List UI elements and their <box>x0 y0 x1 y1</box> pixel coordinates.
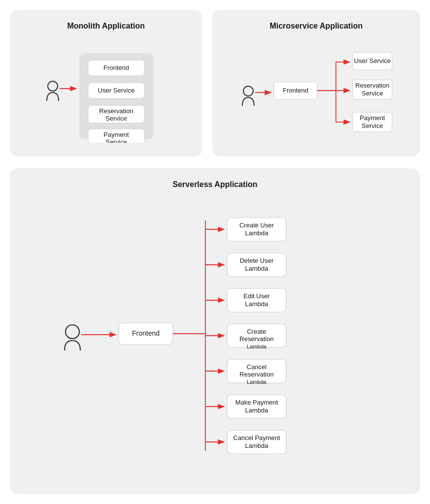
svg-point-1 <box>48 81 58 91</box>
svg-text:Cancel: Cancel <box>246 363 266 371</box>
svg-text:Create: Create <box>247 328 266 335</box>
svg-text:Reservation: Reservation <box>355 82 389 89</box>
svg-text:Payment: Payment <box>360 114 385 122</box>
svg-text:Service: Service <box>106 138 127 143</box>
serverless-diagram: Serverless Application Frontend <box>10 168 420 494</box>
svg-text:Reservation: Reservation <box>99 107 133 115</box>
svg-text:Frontend: Frontend <box>283 87 308 94</box>
svg-text:Make Payment: Make Payment <box>235 399 278 406</box>
svg-text:Service: Service <box>362 90 383 97</box>
svg-point-15 <box>243 86 253 96</box>
svg-text:Create User: Create User <box>239 221 274 229</box>
svg-text:Lambda: Lambda <box>245 265 268 272</box>
microservice-title: Microservice Application <box>222 22 410 31</box>
svg-text:Lambda: Lambda <box>245 442 268 449</box>
svg-text:Frontend: Frontend <box>132 329 159 337</box>
svg-point-33 <box>66 325 79 339</box>
monolith-svg: Frontend User Service Reservation Servic… <box>37 39 175 143</box>
svg-text:Lambda: Lambda <box>247 344 267 349</box>
svg-text:Delete User: Delete User <box>239 257 273 264</box>
svg-text:Edit User: Edit User <box>243 292 270 300</box>
svg-text:Frontend: Frontend <box>103 64 129 71</box>
serverless-svg: Frontend Create User Lambda Delete User … <box>43 198 388 473</box>
serverless-title: Serverless Application <box>20 180 410 189</box>
svg-text:Lambda: Lambda <box>245 300 268 308</box>
svg-text:Lambda: Lambda <box>245 229 268 237</box>
svg-text:Cancel Payment: Cancel Payment <box>233 434 280 441</box>
svg-text:Reservation: Reservation <box>239 371 273 378</box>
svg-text:Service: Service <box>106 115 127 122</box>
svg-text:User Service: User Service <box>98 87 134 94</box>
monolith-diagram: Monolith Application Frontend User Servi… <box>10 10 202 157</box>
microservice-svg: Frontend User Service Reservation Servic… <box>237 39 395 143</box>
svg-text:Payment: Payment <box>104 131 130 138</box>
microservice-diagram: Microservice Application Frontend <box>212 10 420 157</box>
svg-text:Lambda: Lambda <box>245 407 268 414</box>
monolith-title: Monolith Application <box>20 22 193 31</box>
svg-text:User Service: User Service <box>354 57 391 64</box>
svg-text:Service: Service <box>362 122 383 129</box>
svg-text:Reservation: Reservation <box>239 335 273 343</box>
svg-text:Lambda: Lambda <box>247 379 267 385</box>
